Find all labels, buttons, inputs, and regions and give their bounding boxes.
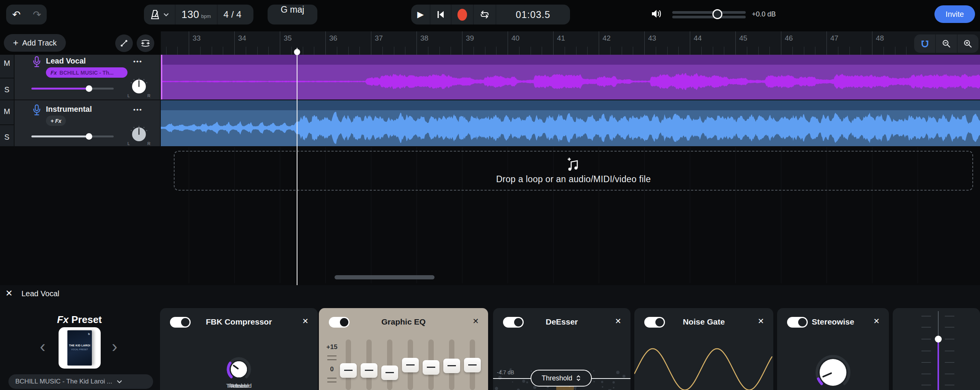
drop-zone[interactable]: Drop a loop or an audio/MIDI/video file xyxy=(174,151,973,191)
solo-button-lead-vocal[interactable]: S xyxy=(0,85,14,94)
transport-group: ▶ 01:03.5 xyxy=(411,5,570,24)
master-volume-slider[interactable] xyxy=(712,9,722,19)
ruler-tick xyxy=(542,47,542,55)
fader-scale-tick xyxy=(921,362,931,363)
ruler-tick xyxy=(348,47,349,55)
metronome-button[interactable] xyxy=(144,5,175,24)
bpm-field[interactable]: 130 bpm xyxy=(175,5,217,24)
ruler-bar-label: 46 xyxy=(785,34,793,42)
track-menu-lead-vocal[interactable]: ••• xyxy=(133,58,142,65)
preset-selector[interactable]: BCHILL MUSIC - The Kid Laroi ... xyxy=(8,374,153,389)
eq-band-slider[interactable] xyxy=(464,358,481,372)
eq-band-slider[interactable] xyxy=(402,358,419,372)
fx-dock-track-name: Lead Vocal xyxy=(21,289,59,298)
knob-spread[interactable]: Spread xyxy=(815,355,851,390)
plugin-close-button[interactable]: ✕ xyxy=(873,317,880,326)
preset-prev-button[interactable]: ‹ xyxy=(40,341,46,352)
volume-slider-lead-vocal[interactable] xyxy=(31,88,114,90)
preset-artwork[interactable]: b THE KID LAROI VOCAL PRESET xyxy=(59,327,101,369)
ruler-tick xyxy=(895,47,895,55)
fader-handle[interactable] xyxy=(935,336,942,343)
record-button[interactable] xyxy=(451,5,473,24)
ruler-tick xyxy=(485,47,485,55)
ruler-tick xyxy=(268,47,269,55)
ruler-bar-line xyxy=(781,31,781,55)
ruler-bar-line xyxy=(553,31,554,55)
ruler-tick xyxy=(656,47,656,55)
fx-badge-lead-vocal[interactable]: Fx BCHILL MUSIC - Th... xyxy=(46,67,127,78)
plugin-close-button[interactable]: ✕ xyxy=(302,317,309,326)
audio-region-instrumental[interactable] xyxy=(161,100,980,146)
master-volume-icon[interactable] xyxy=(651,8,663,20)
redo-button[interactable]: ↷ xyxy=(27,5,47,24)
fx-badge-instrumental[interactable]: + Fx xyxy=(46,116,66,126)
invite-button[interactable]: Invite xyxy=(934,5,975,23)
ruler-tick xyxy=(314,47,314,55)
ruler-tick xyxy=(667,47,668,55)
ruler-bar-label: 39 xyxy=(466,34,474,42)
fader-scale-tick xyxy=(921,339,931,339)
pan-knob-icon xyxy=(127,78,151,94)
eq-band-slider[interactable] xyxy=(381,366,398,380)
ruler-tick xyxy=(838,47,838,55)
ruler-tick xyxy=(678,47,679,55)
add-track-button[interactable]: + Add Track xyxy=(4,34,66,52)
eq-band-slider[interactable] xyxy=(443,359,460,373)
zoom-out-icon xyxy=(942,39,951,48)
zoom-out-button[interactable] xyxy=(936,34,957,53)
stretch-button[interactable] xyxy=(137,34,154,52)
plugin-title: Stereowise xyxy=(777,317,889,326)
ruler-bar-line xyxy=(280,31,280,55)
fx-dock-close-button[interactable]: ✕ xyxy=(5,288,13,299)
ruler-bar-label: 47 xyxy=(830,34,838,42)
timeline-ruler[interactable]: 33343536373839404142434445464748 xyxy=(161,31,980,55)
ruler-bar-label: 43 xyxy=(648,34,656,42)
horizontal-scrollbar[interactable] xyxy=(335,275,434,279)
fader-scale-tick xyxy=(921,351,931,351)
playhead-handle[interactable] xyxy=(294,49,300,55)
snap-toggle-button[interactable] xyxy=(914,34,935,53)
time-signature-field[interactable]: 4 / 4 xyxy=(217,5,248,24)
key-signature-button[interactable]: G maj xyxy=(268,5,317,24)
mute-button-instrumental[interactable]: M xyxy=(0,107,14,116)
ruler-tick xyxy=(496,47,497,55)
eq-band-slider[interactable] xyxy=(340,363,357,378)
ruler-tick xyxy=(701,47,702,55)
plugin-close-button[interactable]: ✕ xyxy=(615,317,621,326)
ruler-tick xyxy=(359,47,360,55)
undo-icon: ↶ xyxy=(12,9,21,21)
snap-zoom-group xyxy=(914,34,978,53)
skip-to-start-button[interactable] xyxy=(430,5,451,24)
plugin-close-button[interactable]: ✕ xyxy=(472,317,479,326)
fader-scale-tick xyxy=(921,374,931,374)
eq-band-slider[interactable] xyxy=(361,363,377,378)
deesser-threshold-stepper[interactable]: Threshold xyxy=(531,370,592,387)
preset-next-button[interactable]: › xyxy=(112,341,118,352)
pan-knob-lead-vocal[interactable]: L R xyxy=(127,78,151,98)
pan-knob-instrumental[interactable]: L R xyxy=(127,126,151,146)
ruler-tick xyxy=(257,47,258,55)
eq-band-slider[interactable] xyxy=(423,360,439,375)
plugin-panel-noise-gate: Noise Gate ✕ xyxy=(634,308,773,390)
volume-slider-instrumental[interactable] xyxy=(31,135,114,137)
track-name-instrumental[interactable]: Instrumental xyxy=(46,105,92,114)
play-button[interactable]: ▶ xyxy=(411,5,430,24)
undo-button[interactable]: ↶ xyxy=(6,5,27,24)
playhead[interactable] xyxy=(297,48,297,285)
knob-threshold[interactable]: Threshold xyxy=(226,357,252,389)
ruler-tick xyxy=(474,47,474,55)
plugin-close-button[interactable]: ✕ xyxy=(758,317,764,326)
mute-button-lead-vocal[interactable]: M xyxy=(0,59,14,68)
automation-button[interactable] xyxy=(115,34,133,52)
ruler-tick xyxy=(633,47,633,55)
solo-button-instrumental[interactable]: S xyxy=(0,133,14,142)
track-name-lead-vocal[interactable]: Lead Vocal xyxy=(46,57,86,65)
region-start-edge[interactable] xyxy=(161,55,162,100)
loop-button[interactable] xyxy=(474,5,496,24)
plugin-title: FBK Compressor xyxy=(160,317,318,326)
master-volume-rail-right xyxy=(672,16,746,18)
track-menu-instrumental[interactable]: ••• xyxy=(133,106,142,114)
zoom-in-button[interactable] xyxy=(957,34,978,53)
mic-icon-instrumental xyxy=(32,104,41,116)
audio-region-lead-vocal[interactable] xyxy=(161,55,980,100)
